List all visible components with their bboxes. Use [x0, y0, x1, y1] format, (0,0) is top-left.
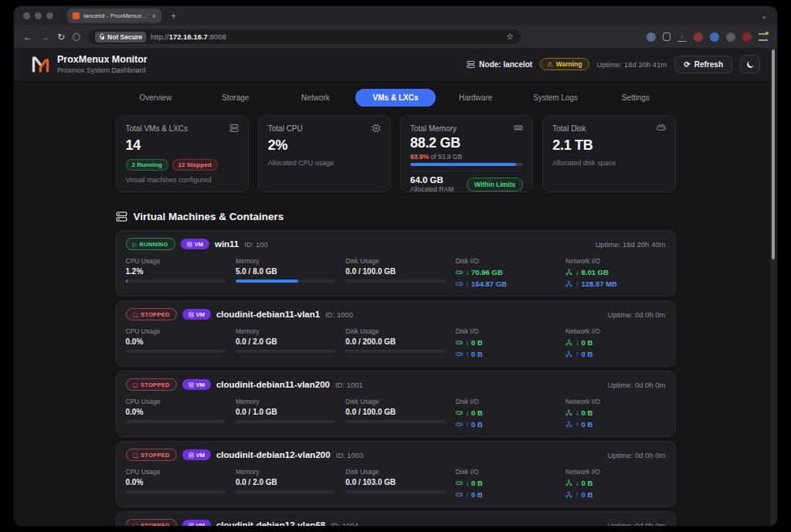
- nav-tab[interactable]: VMs & LXCs: [355, 89, 436, 107]
- not-secure-badge[interactable]: Not Secure: [95, 32, 146, 42]
- address-bar[interactable]: Not Secure http://172.16.16.7:8008 ☆: [88, 29, 521, 44]
- net-down-line: ↓ 0 B: [565, 408, 665, 417]
- extension-icon[interactable]: [710, 32, 719, 42]
- vm-name: cloudinit-debian11-vlan200: [216, 380, 330, 389]
- browser-tab[interactable]: lancelot - ProxMenux Monitor ×: [67, 8, 161, 23]
- vm-id: ID: 1003: [336, 451, 364, 459]
- cpu-usage-value: 0.0%: [126, 478, 226, 486]
- cpu-usage-track: [126, 350, 226, 353]
- nav-tab[interactable]: Overview: [116, 89, 196, 107]
- extension-icon[interactable]: [742, 32, 752, 42]
- network-icon: [565, 421, 572, 428]
- vm-disk-io-cell: Disk I/O ↓ 0 B ↑ 0 B: [456, 398, 555, 429]
- refresh-label: Refresh: [694, 60, 723, 69]
- node-label: Node: lancelot: [479, 60, 532, 69]
- refresh-button[interactable]: ⟳ Refresh: [674, 56, 732, 73]
- hard-drive-icon: [456, 351, 463, 357]
- network-io-label: Network I/O: [565, 257, 665, 265]
- card-subtitle: Allocated disk space: [552, 159, 665, 167]
- nav-tab[interactable]: System Logs: [515, 89, 596, 107]
- cpu-usage-track: [126, 420, 226, 423]
- vm-id: ID: 1000: [325, 310, 353, 319]
- reload-button[interactable]: ↻: [57, 32, 65, 42]
- vm-status-badge: ▢ STOPPED: [126, 449, 177, 461]
- vm-memory-cell: Memory 5.0 / 8.0 GB: [236, 257, 335, 288]
- memory-label: Memory: [236, 398, 335, 405]
- new-tab-button[interactable]: +: [171, 11, 176, 22]
- window-zoom-button[interactable]: [46, 12, 53, 19]
- tab-close-icon[interactable]: ×: [152, 12, 156, 20]
- cpu-usage-track: [126, 280, 226, 283]
- nav-tab[interactable]: Storage: [195, 89, 276, 107]
- extension-icon[interactable]: [726, 32, 735, 42]
- vm-type-badge: VM: [181, 239, 209, 249]
- bookmark-star-icon[interactable]: ☆: [506, 32, 514, 42]
- vm-status-label: STOPPED: [141, 381, 170, 388]
- memory-track: [236, 490, 335, 493]
- brand: ProxMenux Monitor Proxmox System Dashboa…: [31, 54, 148, 74]
- nav-tab[interactable]: Network: [276, 89, 356, 107]
- vm-id: ID: 100: [244, 240, 268, 249]
- allocated-ram-value: 64.0 GB: [410, 175, 453, 185]
- forward-button[interactable]: →: [40, 32, 49, 42]
- vm-name: win11: [215, 239, 239, 249]
- vm-row[interactable]: ▢ STOPPED VM cloudinit-debian12-vlan68 I…: [116, 511, 676, 526]
- net-up-value: ↑ 0 B: [575, 490, 592, 499]
- vm-status-icon: ▢: [133, 311, 138, 318]
- back-button[interactable]: ←: [23, 32, 32, 42]
- running-count-badge: 2 Running: [126, 159, 168, 171]
- memory-progress-track: [410, 163, 523, 166]
- disk-usage-label: Disk Usage: [345, 257, 445, 265]
- vm-row[interactable]: ▢ STOPPED VM cloudinit-debian11-vlan200 …: [116, 371, 676, 437]
- disk-read-value: ↓ 0 B: [466, 479, 483, 487]
- vm-row[interactable]: ▢ STOPPED VM cloudinit-debian12-vlan200 …: [116, 441, 676, 507]
- disk-read-line: ↓ 0 B: [456, 338, 555, 347]
- vm-row[interactable]: ▷ RUNNING VM win11 ID: 100 Uptime: 18d 2…: [116, 230, 676, 296]
- cpu-usage-label: CPU Usage: [126, 327, 226, 335]
- net-down-line: ↓ 0 B: [565, 338, 665, 347]
- cpu-usage-value: 1.2%: [126, 267, 226, 276]
- disk-read-line: ↓ 0 B: [456, 408, 555, 417]
- vm-status-badge: ▢ STOPPED: [126, 519, 177, 526]
- disk-usage-track: [345, 280, 445, 283]
- privacy-shield-icon[interactable]: [73, 33, 80, 41]
- network-icon: [565, 491, 572, 498]
- window-minimize-button[interactable]: [35, 12, 42, 19]
- extension-icon[interactable]: [647, 32, 656, 42]
- window-close-button[interactable]: [23, 12, 30, 19]
- extension-icon[interactable]: [694, 32, 703, 42]
- app-title: ProxMenux Monitor: [57, 54, 148, 65]
- theme-toggle-button[interactable]: [740, 55, 760, 73]
- disk-usage-value: 0.0 / 100.0 GB: [345, 267, 445, 276]
- extension-icon[interactable]: [663, 32, 670, 41]
- net-up-line: ↑ 0 B: [565, 350, 665, 358]
- card-value: 14: [126, 137, 239, 154]
- vm-net-io-cell: Network I/O ↓ 0 B ↑ 0 B: [565, 327, 665, 358]
- nav-tab[interactable]: Settings: [596, 89, 676, 107]
- server-icon: [187, 242, 192, 247]
- vm-cpu-cell: CPU Usage 1.2%: [126, 257, 226, 288]
- network-icon: [565, 339, 572, 346]
- vm-status-icon: ▢: [133, 452, 138, 459]
- scrollbar-track[interactable]: [770, 48, 777, 526]
- browser-menu-icon[interactable]: [759, 33, 768, 41]
- download-icon[interactable]: ↓: [677, 32, 687, 42]
- memory-value: 0.0 / 2.0 GB: [236, 337, 335, 346]
- vm-memory-cell: Memory 0.0 / 2.0 GB: [236, 327, 335, 358]
- nav-tab[interactable]: Hardware: [436, 89, 516, 107]
- net-up-line: ↑ 128.87 MB: [565, 280, 665, 288]
- server-icon: [188, 382, 194, 388]
- scrollbar-thumb[interactable]: [772, 49, 775, 259]
- disk-write-value: ↑ 0 B: [466, 350, 483, 358]
- vm-row[interactable]: ▢ STOPPED VM cloudinit-debian11-vlan1 ID…: [116, 300, 676, 367]
- vm-disk-cell: Disk Usage 0.0 / 103.0 GB: [345, 468, 445, 499]
- tab-overflow-chevron-icon[interactable]: ⌄: [761, 11, 768, 21]
- cpu-usage-track: [126, 490, 226, 493]
- hard-drive-icon: [456, 339, 463, 346]
- disk-read-line: ↓ 0 B: [456, 479, 555, 487]
- server-stack-icon: [116, 211, 127, 222]
- vm-name: cloudinit-debian12-vlan68: [216, 520, 325, 526]
- vm-uptime: Uptime: 0d 0h 0m: [608, 521, 666, 527]
- vm-cpu-cell: CPU Usage 0.0%: [126, 468, 226, 499]
- hard-drive-icon: [456, 269, 463, 276]
